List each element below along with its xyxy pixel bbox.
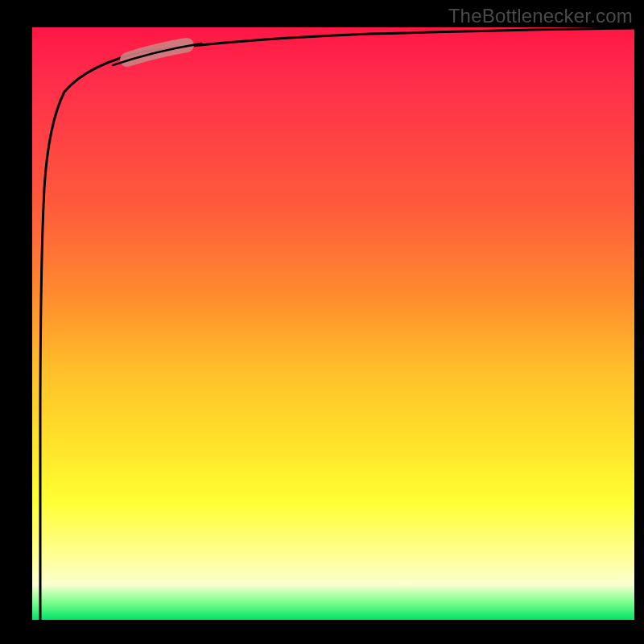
chart-curve-layer — [32, 27, 634, 620]
attribution-text: TheBottlenecker.com — [448, 5, 633, 27]
main-curve — [40, 28, 634, 620]
chart-frame: TheBottlenecker.com — [0, 0, 644, 644]
